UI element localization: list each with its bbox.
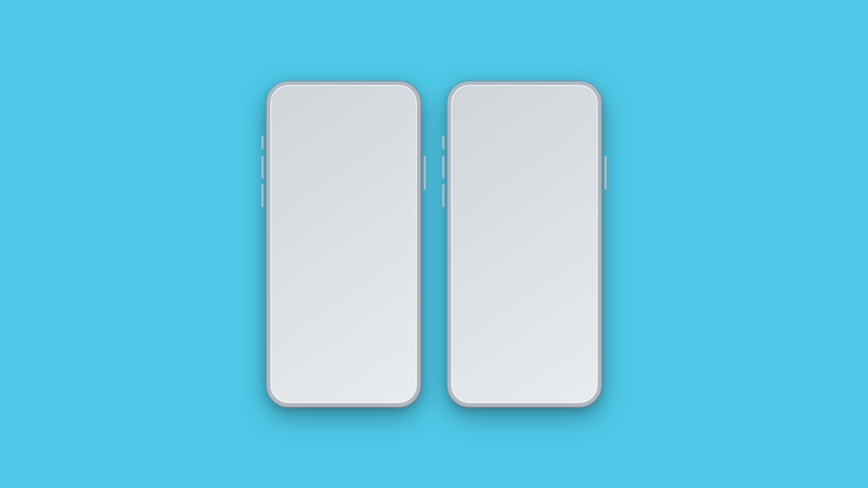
app-item-maps-r[interactable]: 🗺 Google Maps — [491, 145, 524, 178]
app-item-mail-r[interactable]: ✉️ Mail — [559, 145, 591, 178]
reminders-badge-r: 7 — [481, 144, 488, 151]
app-item-idb-r[interactable]: iDB iDB — [491, 224, 524, 257]
app-item-watch[interactable]: WATCH Watch — [378, 182, 410, 220]
email-badge: 7 — [368, 143, 376, 150]
up-arrow-r: ↑ — [521, 328, 528, 343]
dock-item-notes[interactable]: 📝 — [347, 366, 373, 392]
app-grid-right: 🌤 Weather ⚡ Shortcuts 📹 FaceTime TH — [458, 108, 591, 257]
app-item-idb[interactable]: iDB iDB — [311, 224, 343, 257]
notch — [316, 86, 371, 98]
dock-item-whatsapp[interactable]: 💬 — [379, 366, 406, 392]
notch-r — [497, 86, 552, 98]
wifi-icon-r — [569, 98, 576, 104]
app-item-clock[interactable]: Clock — [344, 182, 377, 220]
dock-item-phone-r[interactable]: 1 📞 — [462, 366, 489, 392]
app-item-reminders[interactable]: 7 Reminders — [277, 145, 309, 178]
app-item-shortcuts[interactable]: ⚡ Shortcuts — [311, 108, 343, 141]
app-item-mail[interactable]: ✉️ Mail — [378, 145, 410, 178]
phone-badge-r: 1 — [483, 364, 491, 371]
status-time-r: 9:41 — [461, 97, 473, 104]
dock-item-notes-r[interactable]: 📝 — [528, 366, 554, 392]
app-item-facetime-r[interactable]: 📹 FaceTime — [525, 108, 557, 141]
dock-left: 1 📞 🧭 📝 💬 — [277, 362, 410, 396]
dock-item-whatsapp-r[interactable]: 💬 — [560, 366, 586, 392]
status-icons — [379, 98, 407, 104]
app-item-clock-r[interactable]: Clock — [525, 182, 557, 220]
mute-button — [261, 136, 264, 149]
dock-item-safari-r[interactable]: 🧭 — [495, 366, 521, 392]
app-item-simplenote-r[interactable]: 🔵 Simplenote — [458, 224, 490, 257]
app-item-lens[interactable]: L Lens — [277, 182, 309, 220]
app-item-appstore-r[interactable]: 🅐 App Store — [525, 224, 557, 257]
phone-badge: 1 — [302, 364, 310, 371]
app-item-voicememos-r[interactable]: Voice Memos — [491, 182, 524, 220]
app-item-shortcuts-r[interactable]: ⚡ Shortcuts — [491, 108, 524, 141]
signal-icon — [379, 99, 387, 103]
phone-right: 9:41 🌤 W — [448, 81, 601, 407]
app-grid-left: 🌤 Weather ⚡ Shortcuts 📹 FaceTime TH — [277, 108, 410, 257]
phone-left: 9:41 🌤 W — [267, 81, 420, 407]
up-arrow: ↑ — [340, 328, 347, 343]
dock-right: 1 📞 🧭 📝 💬 — [458, 362, 591, 396]
volume-down-button — [261, 184, 264, 207]
status-icons-r — [560, 98, 588, 104]
wifi-icon — [388, 98, 395, 104]
app-item-email[interactable]: 7 ✉️ Email — [344, 145, 377, 178]
volume-up-button — [261, 156, 264, 178]
app-item-calendar-r[interactable]: THU 8 Calendar — [559, 108, 591, 141]
dock-item-safari[interactable]: 🧭 — [314, 366, 340, 392]
mute-button-r — [442, 136, 444, 149]
app-item-reminders-r[interactable]: 7 Reminders — [458, 145, 490, 178]
app-item-facetime[interactable]: 📹 FaceTime — [344, 108, 377, 141]
app-item-simplenote[interactable]: 🔵 Simplenote — [277, 224, 309, 257]
battery-icon-r — [578, 99, 588, 103]
power-button — [424, 156, 426, 190]
app-item-voicememos[interactable]: Voice Memos — [311, 182, 343, 220]
phone-screen-right: 9:41 🌤 W — [452, 86, 597, 402]
app-item-weather-r[interactable]: 🌤 Weather — [458, 108, 490, 141]
email-badge-r: 7 — [549, 143, 557, 150]
signal-icon-r — [560, 99, 568, 103]
volume-up-button-r — [442, 156, 444, 178]
app-item-lens-r[interactable]: L Lens — [458, 182, 490, 220]
volume-down-button-r — [442, 184, 444, 207]
app-item-email-r[interactable]: 7 ✉️ Email — [525, 145, 557, 178]
app-item-calendar[interactable]: THU 8 Calendar — [378, 108, 410, 141]
phone-screen-left: 9:41 🌤 W — [271, 86, 416, 402]
power-button-r — [604, 156, 607, 190]
status-time: 9:41 — [280, 97, 292, 104]
app-item-weather[interactable]: 🌤 Weather — [277, 108, 309, 141]
dock-item-phone[interactable]: 1 📞 — [282, 366, 308, 392]
app-item-maps[interactable]: 🗺 Google Maps — [311, 145, 343, 178]
reminders-badge: 7 — [300, 144, 307, 151]
app-item-watch-r[interactable]: WATCH Watch — [559, 182, 591, 220]
battery-icon — [397, 99, 407, 103]
